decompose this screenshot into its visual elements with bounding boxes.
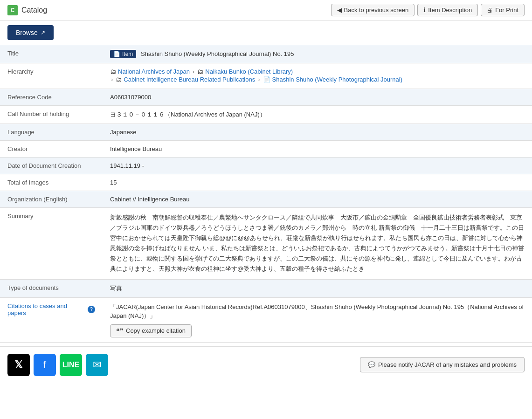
- footer: 𝕏 f LINE ✉ 💬 Please notify JACAR of any …: [0, 346, 532, 383]
- hierarchy-line1: 🗂 National Archives of Japan › 🗂 Naikaku…: [110, 68, 525, 75]
- header: C Catalog ◀ Back to previous screen ℹ It…: [0, 0, 532, 21]
- hierarchy-link-cabinet[interactable]: Cabinet Intelligence Bureau Related Publ…: [124, 76, 255, 83]
- table-row: Call Number of holding ヨ３１０－０１１６（Nationa…: [0, 106, 532, 124]
- item-badge: 📄 Item: [110, 50, 136, 58]
- line-icon: LINE: [62, 361, 79, 369]
- copy-citation-button[interactable]: ❝❞ Copy example citation: [110, 324, 192, 337]
- field-value: Cabinet // Intelligence Bureau: [103, 191, 532, 208]
- external-link-icon: ↗: [41, 29, 45, 36]
- field-value: ヨ３１０－０１１６（National Archives of Japan (NA…: [103, 106, 532, 124]
- field-label: Reference Code: [0, 89, 103, 106]
- table-row: Type of documents 写真: [0, 279, 532, 297]
- table-row: Total of Images 15: [0, 174, 532, 191]
- field-label: Title: [0, 45, 103, 63]
- field-label: Citations to cases and papers ?: [0, 297, 103, 342]
- hierarchy-line2: › 🗂 Cabinet Intelligence Bureau Related …: [110, 76, 525, 83]
- field-value: 「JACAR(Japan Center for Asian Historical…: [103, 297, 532, 342]
- hierarchy-separator: ›: [258, 76, 260, 83]
- folder-icon: 🗂: [110, 68, 116, 75]
- notify-button[interactable]: 💬 Please notify JACAR of any mistakes an…: [360, 357, 525, 372]
- browse-bar: Browse ↗: [0, 21, 532, 45]
- field-value: 15: [103, 174, 532, 191]
- table-row: Reference Code A06031079000: [0, 89, 532, 106]
- citations-link[interactable]: Citations to cases and papers: [7, 302, 86, 316]
- field-value: 🗂 National Archives of Japan › 🗂 Naikaku…: [103, 63, 532, 89]
- app-title: Catalog: [21, 6, 47, 14]
- table-row: Title 📄 Item Shashin Shuho (Weekly Photo…: [0, 45, 532, 63]
- for-print-label: For Print: [495, 7, 518, 14]
- hierarchy-separator: ›: [111, 76, 113, 83]
- citations-label: Citations to cases and papers ?: [7, 302, 95, 316]
- citations-row: Citations to cases and papers ? 「JACAR(J…: [0, 297, 532, 342]
- folder-icon: 🗂: [116, 76, 122, 83]
- table-row: Language Japanese: [0, 124, 532, 141]
- table-row: Hierarchy 🗂 National Archives of Japan ›…: [0, 63, 532, 89]
- speech-bubble-icon: 💬: [368, 361, 375, 368]
- field-label: Creator: [0, 141, 103, 158]
- table-row: Date of Document Creation 1941.11.19 -: [0, 158, 532, 174]
- field-label: Language: [0, 124, 103, 141]
- field-label: Type of documents: [0, 279, 103, 297]
- table-row: Creator Intelligence Bureau: [0, 141, 532, 158]
- header-left: C Catalog: [7, 5, 47, 15]
- browse-button[interactable]: Browse ↗: [7, 25, 54, 40]
- item-description-button[interactable]: ℹ Item Description: [417, 4, 478, 16]
- facebook-icon: f: [43, 359, 46, 371]
- field-label: Date of Document Creation: [0, 158, 103, 174]
- for-print-button[interactable]: 🖨 For Print: [481, 4, 525, 16]
- field-value: 1941.11.19 -: [103, 158, 532, 174]
- back-button[interactable]: ◀ Back to previous screen: [331, 4, 415, 16]
- notify-label: Please notify JACAR of any mistakes and …: [378, 361, 517, 368]
- document-icon: 📄: [113, 51, 120, 57]
- doc-icon: 📄: [263, 76, 270, 83]
- table-row: Organization (English) Cabinet // Intell…: [0, 191, 532, 208]
- folder-icon: 🗂: [197, 68, 203, 75]
- field-value: A06031079000: [103, 89, 532, 106]
- item-badge-label: Item: [122, 51, 133, 57]
- logo-icon: C: [7, 5, 18, 15]
- back-label: Back to previous screen: [344, 7, 409, 14]
- x-icon: 𝕏: [14, 359, 23, 371]
- field-label: Call Number of holding: [0, 106, 103, 124]
- citation-text: 「JACAR(Japan Center for Asian Historical…: [110, 302, 525, 321]
- copy-citation-label: Copy example citation: [126, 327, 186, 334]
- help-icon[interactable]: ?: [88, 306, 95, 313]
- info-icon: ℹ: [423, 7, 426, 14]
- field-value: Intelligence Bureau: [103, 141, 532, 158]
- field-label: Summary: [0, 208, 103, 280]
- table-row: Summary 新穀感謝の秋 南朝鮮総督の収穫奉仕／農繁地へサンタクロース／隣組…: [0, 208, 532, 280]
- field-value: 新穀感謝の秋 南朝鮮総督の収穫奉仕／農繁地へサンタクロース／隣組で共同炊事 大阪…: [103, 208, 532, 280]
- browse-label: Browse: [16, 29, 38, 36]
- back-icon: ◀: [337, 7, 342, 14]
- field-value: Japanese: [103, 124, 532, 141]
- field-label: Organization (English): [0, 191, 103, 208]
- quote-icon: ❝❞: [116, 327, 124, 335]
- print-icon: 🖨: [487, 7, 493, 14]
- summary-text: 新穀感謝の秋 南朝鮮総督の収穫奉仕／農繁地へサンタクロース／隣組で共同炊事 大阪…: [110, 213, 525, 275]
- social-x-button[interactable]: 𝕏: [7, 354, 30, 376]
- hierarchy-link-naj[interactable]: National Archives of Japan: [118, 68, 190, 75]
- item-desc-label: Item Description: [428, 7, 472, 14]
- field-value: 📄 Item Shashin Shuho (Weekly Photographi…: [103, 45, 532, 63]
- detail-table: Title 📄 Item Shashin Shuho (Weekly Photo…: [0, 45, 532, 343]
- field-label: Hierarchy: [0, 63, 103, 89]
- hierarchy-separator: ›: [193, 68, 194, 75]
- field-label: Total of Images: [0, 174, 103, 191]
- hierarchy-link-naikaku[interactable]: Naikaku Bunko (Cabinet Library): [205, 68, 293, 75]
- social-icons: 𝕏 f LINE ✉: [7, 354, 108, 376]
- social-mail-button[interactable]: ✉: [86, 354, 108, 376]
- hierarchy-link-shashin[interactable]: Shashin Shuho (Weekly Photographical Jou…: [272, 76, 402, 83]
- field-value: 写真: [103, 279, 532, 297]
- header-buttons: ◀ Back to previous screen ℹ Item Descrip…: [331, 4, 525, 16]
- mail-icon: ✉: [93, 359, 101, 371]
- social-facebook-button[interactable]: f: [34, 354, 56, 376]
- main-content: Title 📄 Item Shashin Shuho (Weekly Photo…: [0, 45, 532, 343]
- social-line-button[interactable]: LINE: [60, 354, 82, 376]
- title-value: Shashin Shuho (Weekly Photographical Jou…: [141, 50, 294, 57]
